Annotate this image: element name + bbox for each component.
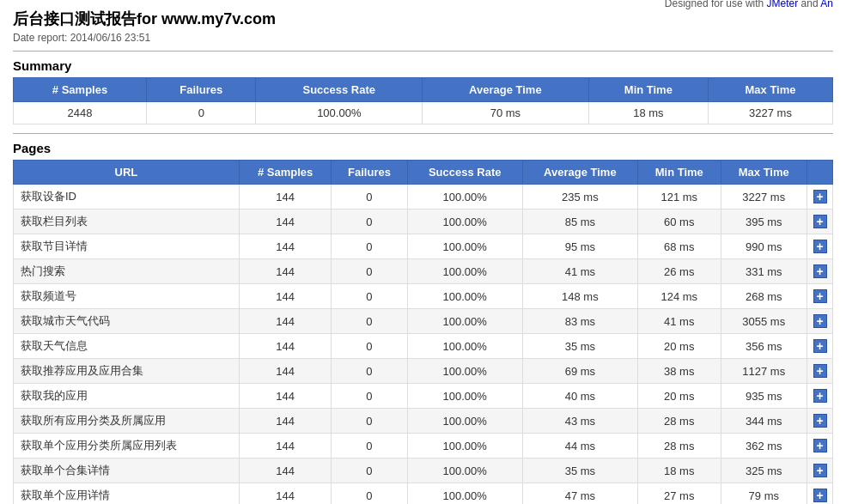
cell-success_rate: 100.00% (407, 234, 522, 259)
table-row: 获取推荐应用及应用合集1440100.00%69 ms38 ms1127 ms+ (14, 359, 833, 384)
cell-max_time: 325 ms (721, 458, 806, 483)
cell-min_time: 38 ms (637, 359, 721, 384)
divider-top (13, 51, 833, 52)
pages-col-header: Average Time (522, 161, 637, 185)
an-link[interactable]: An (820, 0, 833, 9)
cell-samples: 144 (239, 384, 331, 409)
cell-success_rate: 100.00% (407, 334, 522, 359)
cell-max_time: 79 ms (721, 483, 806, 505)
table-row: 热门搜索1440100.00%41 ms26 ms331 ms+ (14, 259, 833, 284)
url-cell: 获取频道号 (14, 284, 240, 309)
table-row: 获取天气信息1440100.00%35 ms20 ms356 ms+ (14, 334, 833, 359)
cell-success_rate: 100.00% (407, 409, 522, 434)
expand-button[interactable]: + (813, 314, 827, 328)
summary-cell-samples: 2448 (14, 102, 147, 124)
table-row: 获取设备ID1440100.00%235 ms121 ms3227 ms+ (14, 185, 833, 209)
cell-min_time: 121 ms (637, 185, 721, 209)
cell-failures: 0 (332, 384, 407, 409)
cell-samples: 144 (239, 483, 331, 505)
designed-for-text: Designed for use with (665, 0, 767, 9)
cell-max_time: 344 ms (721, 409, 806, 434)
cell-avg_time: 41 ms (522, 259, 637, 284)
table-row: 获取单个应用详情1440100.00%47 ms27 ms79 ms+ (14, 483, 833, 505)
summary-col-header: Min Time (588, 78, 708, 102)
expand-button[interactable]: + (813, 289, 827, 303)
summary-col-header: Average Time (423, 78, 589, 102)
cell-min_time: 28 ms (637, 434, 721, 458)
cell-samples: 144 (239, 185, 331, 209)
pages-table: URL# SamplesFailuresSuccess RateAverage … (13, 160, 833, 504)
cell-avg_time: 85 ms (522, 209, 637, 234)
cell-min_time: 28 ms (637, 409, 721, 434)
cell-min_time: 68 ms (637, 234, 721, 259)
summary-cell-success_rate: 100.00% (256, 102, 423, 124)
cell-failures: 0 (332, 234, 407, 259)
cell-max_time: 356 ms (721, 334, 806, 359)
summary-col-header: Success Rate (256, 78, 423, 102)
url-cell: 获取单个合集详情 (14, 458, 240, 483)
expand-button[interactable]: + (813, 364, 827, 378)
cell-success_rate: 100.00% (407, 185, 522, 209)
cell-min_time: 20 ms (637, 334, 721, 359)
expand-button[interactable]: + (813, 414, 827, 428)
expand-button[interactable]: + (813, 389, 827, 403)
url-cell: 获取所有应用分类及所属应用 (14, 409, 240, 434)
table-row: 获取我的应用1440100.00%40 ms20 ms935 ms+ (14, 384, 833, 409)
expand-button[interactable]: + (813, 339, 827, 353)
cell-failures: 0 (332, 259, 407, 284)
summary-table: # SamplesFailuresSuccess RateAverage Tim… (13, 77, 833, 124)
cell-avg_time: 47 ms (522, 483, 637, 505)
pages-col-header: Failures (332, 161, 407, 185)
summary-col-header: Failures (147, 78, 256, 102)
table-row: 获取单个应用分类所属应用列表1440100.00%44 ms28 ms362 m… (14, 434, 833, 458)
expand-button[interactable]: + (813, 464, 827, 477)
expand-button[interactable]: + (813, 489, 827, 502)
divider-mid (13, 133, 833, 134)
cell-min_time: 41 ms (637, 309, 721, 334)
url-cell: 获取单个应用分类所属应用列表 (14, 434, 240, 458)
cell-success_rate: 100.00% (407, 434, 522, 458)
designed-for: Designed for use with JMeter and An (665, 0, 833, 9)
cell-min_time: 27 ms (637, 483, 721, 505)
cell-failures: 0 (332, 483, 407, 505)
cell-failures: 0 (332, 334, 407, 359)
date-report: Date report: 2014/06/16 23:51 (13, 32, 833, 44)
cell-max_time: 395 ms (721, 209, 806, 234)
cell-failures: 0 (332, 359, 407, 384)
expand-button[interactable]: + (813, 215, 827, 228)
summary-col-header: # Samples (14, 78, 147, 102)
jmeter-link[interactable]: JMeter (767, 0, 799, 9)
cell-min_time: 60 ms (637, 209, 721, 234)
expand-button[interactable]: + (813, 190, 827, 203)
expand-button[interactable]: + (813, 439, 827, 452)
cell-avg_time: 35 ms (522, 458, 637, 483)
cell-min_time: 18 ms (637, 458, 721, 483)
table-row: 获取单个合集详情1440100.00%35 ms18 ms325 ms+ (14, 458, 833, 483)
cell-avg_time: 95 ms (522, 234, 637, 259)
cell-success_rate: 100.00% (407, 209, 522, 234)
summary-section-title: Summary (13, 58, 833, 73)
cell-avg_time: 83 ms (522, 309, 637, 334)
cell-max_time: 3227 ms (721, 185, 806, 209)
cell-success_rate: 100.00% (407, 384, 522, 409)
cell-success_rate: 100.00% (407, 309, 522, 334)
expand-button[interactable]: + (813, 264, 827, 278)
cell-failures: 0 (332, 409, 407, 434)
table-row: 获取栏目列表1440100.00%85 ms60 ms395 ms+ (14, 209, 833, 234)
cell-max_time: 990 ms (721, 234, 806, 259)
pages-section-title: Pages (13, 141, 833, 155)
expand-button[interactable]: + (813, 240, 827, 253)
cell-failures: 0 (332, 284, 407, 309)
cell-samples: 144 (239, 309, 331, 334)
cell-samples: 144 (239, 259, 331, 284)
url-cell: 获取我的应用 (14, 384, 240, 409)
cell-failures: 0 (332, 309, 407, 334)
page-title: 后台接口测试报告for www.my7v.com (13, 9, 833, 29)
url-cell: 获取栏目列表 (14, 209, 240, 234)
url-cell: 热门搜索 (14, 259, 240, 284)
cell-max_time: 935 ms (721, 384, 806, 409)
pages-col-header: Min Time (637, 161, 721, 185)
cell-avg_time: 44 ms (522, 434, 637, 458)
cell-success_rate: 100.00% (407, 284, 522, 309)
cell-success_rate: 100.00% (407, 259, 522, 284)
